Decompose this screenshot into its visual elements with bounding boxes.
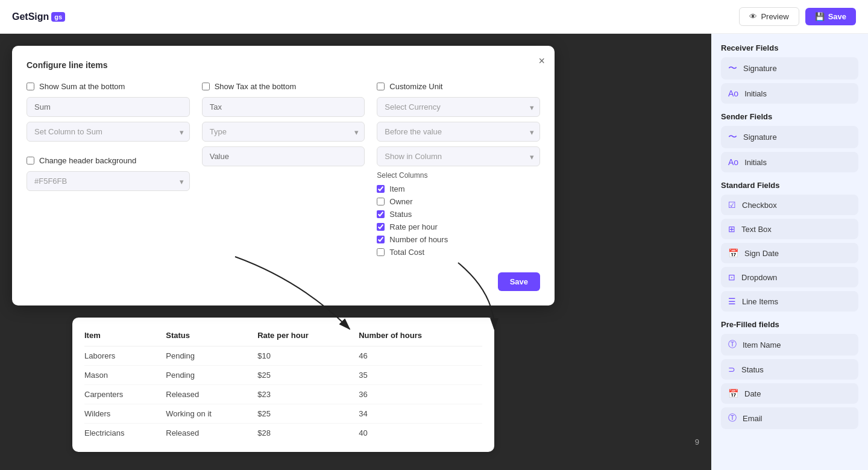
column-checkbox-row-5: Total Cost bbox=[377, 248, 540, 257]
column-checkbox-row-0: Item bbox=[377, 184, 540, 193]
page-number: 9 bbox=[695, 437, 699, 446]
column-checkbox-owner[interactable] bbox=[377, 198, 385, 205]
table-cell-0-2: $10 bbox=[257, 346, 359, 366]
before-value-select-wrapper: Before the value bbox=[377, 122, 540, 142]
dropdown-label: Dropdown bbox=[741, 273, 777, 282]
column-checkbox-rate-per-hour[interactable] bbox=[377, 223, 385, 231]
modal-col-1: Show Sum at the bottom Set Column to Sum bbox=[27, 82, 190, 196]
sidebar-item-sender-initials[interactable]: Ao Initials bbox=[721, 152, 858, 172]
table-cell-0-3: 46 bbox=[359, 346, 482, 366]
textbox-label: Text Box bbox=[741, 225, 772, 234]
checkbox-label: Checkbox bbox=[742, 201, 777, 210]
table-cell-2-2: $23 bbox=[257, 385, 359, 404]
topbar-actions: 👁 Preview 💾 Save bbox=[739, 7, 856, 26]
column-checkbox-item[interactable] bbox=[377, 185, 385, 193]
signature-icon: 〜 bbox=[728, 63, 737, 74]
receiver-initials-label: Initials bbox=[744, 89, 767, 98]
topbar: GetSign gs 👁 Preview 💾 Save bbox=[0, 0, 868, 34]
column-checkbox-total-cost[interactable] bbox=[377, 248, 385, 256]
column-checkbox-row-2: Status bbox=[377, 210, 540, 219]
prefilled-fields-title: Pre-Filled fields bbox=[721, 320, 858, 329]
sidebar-item-status[interactable]: ⊃ Status bbox=[721, 359, 858, 380]
table-cell-3-0: Wilders bbox=[84, 404, 166, 424]
textbox-icon: ⊞ bbox=[728, 224, 735, 234]
table-row-0: LaborersPending$1046 bbox=[84, 346, 482, 366]
save-top-label: Save bbox=[828, 12, 846, 21]
date-label: Date bbox=[744, 389, 761, 398]
customize-unit-label: Customize Unit bbox=[389, 82, 442, 91]
change-header-bg-row: Change header background bbox=[27, 156, 190, 165]
table-header-row: ItemStatusRate per hourNumber of hours bbox=[84, 327, 482, 346]
show-sum-checkbox[interactable] bbox=[27, 83, 34, 90]
dropdown-icon: ⊡ bbox=[728, 272, 735, 282]
sidebar-item-textbox[interactable]: ⊞ Text Box bbox=[721, 219, 858, 239]
set-column-select[interactable]: Set Column to Sum bbox=[27, 122, 190, 142]
itemname-icon: Ⓣ bbox=[728, 339, 737, 350]
modal-footer: Save bbox=[27, 272, 540, 291]
configure-modal: Configure line items × Show Sum at the b… bbox=[12, 46, 555, 306]
column-checkbox-status[interactable] bbox=[377, 210, 385, 218]
change-header-bg-checkbox[interactable] bbox=[27, 157, 34, 164]
column-label-1: Owner bbox=[389, 197, 412, 206]
customize-unit-checkbox-row: Customize Unit bbox=[377, 82, 540, 91]
sidebar-item-receiver-signature[interactable]: 〜 Signature bbox=[721, 57, 858, 80]
preview-label: Preview bbox=[761, 12, 788, 21]
sender-fields-title: Sender Fields bbox=[721, 112, 858, 121]
table-cell-4-3: 40 bbox=[359, 424, 482, 443]
preview-button[interactable]: 👁 Preview bbox=[739, 7, 799, 26]
sidebar-item-lineitems[interactable]: ☰ Line Items bbox=[721, 291, 858, 312]
column-label-0: Item bbox=[389, 184, 404, 193]
modal-save-button[interactable]: Save bbox=[498, 272, 540, 291]
table-cell-2-0: Carpenters bbox=[84, 385, 166, 404]
header-bg-select[interactable]: #F5F6FB bbox=[27, 171, 190, 191]
tax-input[interactable] bbox=[202, 97, 365, 117]
sidebar-item-signdate[interactable]: 📅 Sign Date bbox=[721, 243, 858, 263]
logo: GetSign gs bbox=[12, 11, 65, 22]
table-header-status: Status bbox=[166, 327, 257, 346]
modal-content-row: Show Sum at the bottom Set Column to Sum bbox=[27, 82, 540, 260]
lineitems-label: Line Items bbox=[742, 297, 778, 306]
show-in-column-select[interactable]: Show in Column bbox=[377, 146, 540, 166]
editor-area: Configure line items × Show Sum at the b… bbox=[0, 34, 711, 470]
logo-text: GetSign bbox=[12, 11, 49, 22]
show-tax-checkbox[interactable] bbox=[202, 83, 210, 90]
sum-input[interactable] bbox=[27, 97, 190, 117]
table-cell-1-3: 35 bbox=[359, 366, 482, 385]
sender-signature-icon: 〜 bbox=[728, 131, 737, 143]
sidebar-item-date[interactable]: 📅 Date bbox=[721, 383, 858, 404]
sidebar-item-sender-signature[interactable]: 〜 Signature bbox=[721, 126, 858, 148]
table-cell-3-1: Working on it bbox=[166, 404, 257, 424]
receiver-fields-title: Receiver Fields bbox=[721, 43, 858, 52]
before-value-select[interactable]: Before the value bbox=[377, 122, 540, 142]
currency-select[interactable]: Select Currency bbox=[377, 97, 540, 117]
set-column-select-wrapper: Set Column to Sum bbox=[27, 122, 190, 142]
sidebar-item-email[interactable]: Ⓣ Email bbox=[721, 407, 858, 429]
table-row-1: MasonPending$2535 bbox=[84, 366, 482, 385]
table-header-number-of-hours: Number of hours bbox=[359, 327, 482, 346]
table-header-item: Item bbox=[84, 327, 166, 346]
modal-close-button[interactable]: × bbox=[538, 55, 545, 66]
show-tax-label: Show Tax at the bottom bbox=[215, 82, 297, 91]
table-cell-4-2: $28 bbox=[257, 424, 359, 443]
sidebar-item-itemname[interactable]: Ⓣ Item Name bbox=[721, 334, 858, 356]
receiver-signature-label: Signature bbox=[743, 64, 777, 73]
sidebar-item-dropdown[interactable]: ⊡ Dropdown bbox=[721, 267, 858, 287]
header-bg-select-wrapper: #F5F6FB bbox=[27, 171, 190, 191]
select-columns-label: Select Columns bbox=[377, 171, 540, 180]
customize-unit-checkbox[interactable] bbox=[377, 83, 385, 90]
sender-signature-label: Signature bbox=[743, 133, 777, 142]
show-in-column-select-wrapper: Show in Column bbox=[377, 146, 540, 166]
sender-initials-label: Initials bbox=[744, 158, 767, 167]
table-cell-4-0: Electricians bbox=[84, 424, 166, 443]
sidebar-item-receiver-initials[interactable]: Ao Initials bbox=[721, 83, 858, 104]
table-row-3: WildersWorking on it$2534 bbox=[84, 404, 482, 424]
column-checkbox-number-of-hours[interactable] bbox=[377, 236, 385, 243]
type-select[interactable]: Type bbox=[202, 122, 365, 142]
status-icon: ⊃ bbox=[728, 365, 735, 374]
sender-initials-icon: Ao bbox=[728, 157, 738, 167]
save-top-button[interactable]: 💾 Save bbox=[805, 8, 856, 25]
standard-fields-title: Standard Fields bbox=[721, 181, 858, 190]
table-cell-4-1: Released bbox=[166, 424, 257, 443]
value-input[interactable] bbox=[202, 146, 365, 166]
sidebar-item-checkbox[interactable]: ☑ Checkbox bbox=[721, 195, 858, 215]
